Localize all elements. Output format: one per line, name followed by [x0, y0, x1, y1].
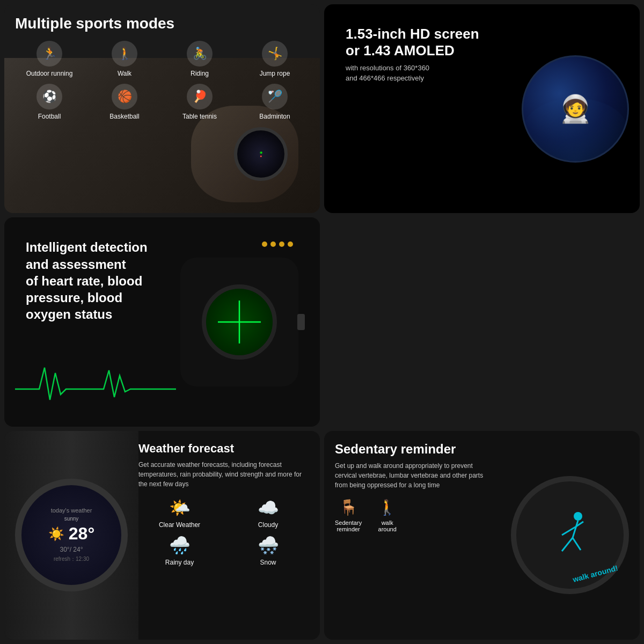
weather-condition-icon: 🌤️ — [169, 497, 191, 518]
sport-item: 🤸 Jump rope — [240, 41, 309, 77]
sport-label: Outdoor running — [26, 70, 73, 77]
sport-label: Badminton — [259, 113, 290, 120]
sport-label: Riding — [191, 70, 209, 77]
sport-label: Football — [38, 113, 61, 120]
sport-icon: 🏸 — [262, 84, 288, 109]
sport-label: Table tennis — [182, 113, 217, 120]
svg-line-7 — [573, 538, 581, 550]
sport-icon: 🤸 — [262, 41, 288, 67]
sensor-watch-area — [159, 217, 320, 426]
sensor-green-circle — [202, 284, 277, 360]
weather-panel: today's weather sunny ☀️ 28° 30°/ 24° re… — [4, 431, 320, 640]
svg-point-2 — [574, 512, 582, 521]
watch-crown — [297, 314, 305, 330]
watch-today-label: today's weather — [51, 507, 92, 514]
weather-condition-icon: 🌧️ — [169, 535, 191, 555]
sports-panel: ◉ ● Multiple sports modes 🏃 Outdoor runn… — [4, 4, 320, 213]
sensor-dots — [262, 241, 293, 247]
walk-around-item: 🚶 walkaround — [378, 499, 397, 532]
sports-icons-grid: 🏃 Outdoor running 🚶 Walk 🚴 Riding 🤸 Jump… — [15, 41, 309, 120]
weather-condition-icon: 🌨️ — [258, 535, 279, 555]
sedentary-title: Sedentary reminder — [335, 442, 487, 457]
watch-face: ◉ ● — [260, 150, 262, 158]
weather-condition-label: Snow — [260, 559, 276, 566]
sport-label: Basketball — [109, 113, 139, 120]
screen-subtitle: with resolutions of 360*360and 466*466 r… — [346, 63, 486, 83]
space-globe: 🧑‍🚀 — [522, 55, 629, 163]
svg-line-3 — [573, 521, 578, 538]
sport-item: 🏀 Basketball — [90, 84, 159, 120]
sedentary-panel: Sedentary reminder Get up and walk aroun… — [324, 431, 640, 640]
weather-condition-icon: ☁️ — [258, 497, 279, 518]
weather-condition-label: Cloudy — [258, 521, 278, 529]
sport-icon: ⚽ — [36, 84, 62, 109]
sport-item: 🚴 Riding — [165, 41, 234, 77]
screen-panel: 1.53-inch HD screenor 1.43 AMOLED with r… — [324, 4, 640, 213]
sensor-dot — [288, 241, 293, 247]
sport-icon: 🏀 — [112, 84, 137, 109]
weather-title: Weather forecast — [138, 442, 309, 456]
sport-item: 🏸 Badminton — [240, 84, 309, 120]
sport-label: Walk — [118, 70, 131, 77]
walk-watch-area: walk around! — [500, 431, 640, 640]
sport-icon: 🚶 — [112, 41, 137, 67]
weather-watch-display: today's weather sunny ☀️ 28° 30°/ 24° re… — [15, 479, 128, 591]
sedentary-description: Get up and walk around appropriately to … — [335, 461, 487, 490]
weather-condition-item: 🌨️ Snow — [227, 535, 309, 566]
sport-item: 🚶 Walk — [90, 41, 159, 77]
weather-watch-area: today's weather sunny ☀️ 28° 30°/ 24° re… — [4, 431, 138, 640]
watch-sun-icon: ☀️ — [48, 526, 64, 541]
sedentary-reminder-item: 🪑 Sedentaryreminder — [335, 499, 362, 532]
health-title: Intelligent detectionand assessmentof he… — [26, 239, 166, 323]
sensor-dot — [262, 241, 267, 247]
weather-condition-label: Clear Weather — [159, 521, 200, 529]
sedentary-item-label: Sedentaryreminder — [335, 519, 362, 532]
health-panel: Intelligent detectionand assessmentof he… — [4, 217, 320, 426]
weather-condition-item: 🌤️ Clear Weather — [138, 497, 221, 529]
weather-content: Weather forecast Get accurate weather fo… — [138, 442, 309, 629]
sport-icon: 🏓 — [187, 84, 213, 109]
weather-condition-item: 🌧️ Rainy day — [138, 535, 221, 566]
sport-item: 🏃 Outdoor running — [15, 41, 84, 77]
sport-icon: 🏃 — [36, 41, 62, 67]
astronaut-icon: 🧑‍🚀 — [559, 93, 592, 125]
sport-label: Jump rope — [260, 70, 290, 77]
sport-item: 🏓 Table tennis — [165, 84, 234, 120]
watch-on-arm: ◉ ● — [234, 127, 288, 181]
sports-title: Multiple sports modes — [15, 15, 309, 32]
sensor-dot — [270, 241, 276, 247]
heartrate-svg — [15, 362, 176, 405]
weather-condition-item: ☁️ Cloudy — [227, 497, 309, 529]
walk-around-label: walkaround — [378, 519, 397, 532]
weather-condition-label: Rainy day — [165, 559, 194, 566]
sensor-dot — [279, 241, 284, 247]
watch-range: 30°/ 24° — [60, 546, 83, 553]
sedentary-icons-row: 🪑 Sedentaryreminder 🚶 walkaround — [335, 499, 487, 532]
walk-watch-display — [511, 476, 629, 594]
sensor-cross-svg — [213, 295, 266, 349]
walk-icon: 🚶 — [378, 499, 397, 516]
watch-refresh: refresh：12:30 — [54, 555, 89, 563]
weather-conditions-grid: 🌤️ Clear Weather ☁️ Cloudy 🌧️ Rainy day … — [138, 497, 309, 566]
walking-figure-svg — [548, 508, 591, 562]
svg-line-6 — [562, 538, 573, 551]
sport-item: ⚽ Football — [15, 84, 84, 120]
screen-title: 1.53-inch HD screenor 1.43 AMOLED — [346, 26, 486, 59]
sedentary-chair-icon: 🪑 — [339, 499, 358, 516]
sport-icon: 🚴 — [187, 41, 213, 67]
watch-condition: sunny — [64, 516, 79, 522]
weather-description: Get accurate weather forecasts, includin… — [138, 460, 309, 489]
watch-temperature: 28° — [69, 524, 94, 544]
